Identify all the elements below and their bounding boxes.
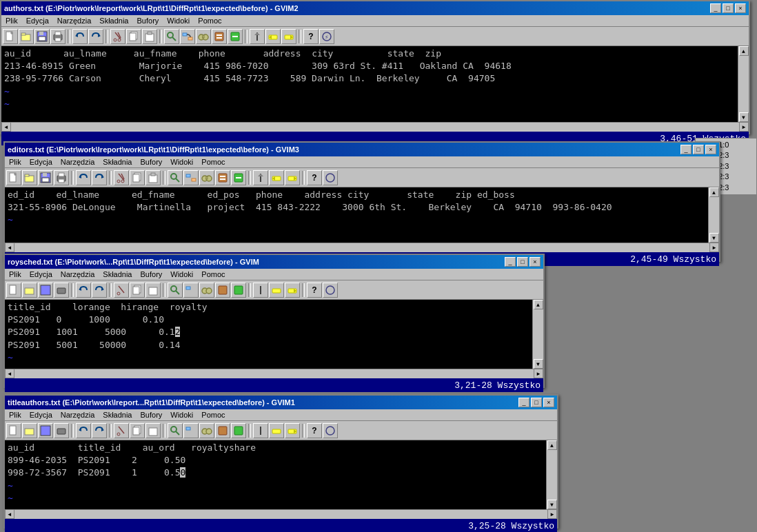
gvim2-tb-redo[interactable] [88,29,103,44]
gvim1-menu-edycja[interactable]: Edycja [27,410,55,420]
gvim1-tb-help[interactable]: ? [307,423,322,438]
gvim1-tb-more3[interactable] [231,423,246,438]
gvim1-minimize-button[interactable]: _ [518,398,529,407]
gvim2-tb-yellow1[interactable] [265,29,281,44]
gvim3-tb-print[interactable] [54,170,69,185]
gvim2-tb-new[interactable] [3,29,18,44]
gvim-scroll-up[interactable]: ▲ [534,300,543,309]
gvim3-scroll-down[interactable]: ▼ [709,233,719,243]
gvim3-menu-bufory[interactable]: Bufory [138,157,165,167]
gvim2-scrollbar-v[interactable]: ▲ ▼ [738,46,749,122]
gvim-tb-more1[interactable] [199,283,214,298]
gvim3-tb-exec[interactable] [253,170,268,185]
gvim-tb-more2[interactable] [215,283,230,298]
gvim3-content[interactable]: ed_id ed_lname ed_fname ed_pos phone add… [5,187,719,243]
gvim3-menu-narzedzia[interactable]: Narzędzia [58,157,98,167]
gvim3-maximize-button[interactable]: □ [693,145,704,154]
gvim-menu-plik[interactable]: Plik [6,269,24,279]
gvim-tb-copy[interactable] [130,283,145,298]
gvim3-tb-find[interactable] [168,170,183,185]
gvim3-menu-edycja[interactable]: Edycja [27,157,55,167]
gvim3-tb-yellow2[interactable] [285,170,300,185]
gvim2-tb-more1[interactable] [212,29,227,44]
gvim-tb-more3[interactable] [231,283,246,298]
gvim3-tb-undo[interactable] [76,170,91,185]
gvim-tb-open[interactable] [22,283,37,298]
gvim2-tb-replace[interactable] [180,29,195,44]
gvim2-menu-widoki[interactable]: Widoki [164,16,192,25]
gvim3-menu-plik[interactable]: Plik [6,157,24,167]
gvim1-tb-yellow2[interactable] [285,423,300,438]
gvim3-hscroll-left[interactable]: ◄ [5,243,14,252]
gvim2-tb-yellow2[interactable] [281,29,296,44]
gvim2-tb-open[interactable] [19,29,34,44]
gvim2-tb-undo[interactable] [72,29,88,44]
gvim-hscroll-right[interactable]: ► [534,369,543,378]
gvim2-menu-edycja[interactable]: Edycja [23,16,52,25]
gvim1-tb-redo[interactable] [92,423,107,438]
gvim3-scroll-up[interactable]: ▲ [709,187,719,197]
gvim-tb-save[interactable] [38,283,53,298]
gvim1-tb-replace[interactable] [183,423,199,438]
gvim-tb-yellow1[interactable] [269,283,284,298]
gvim3-tb-save[interactable] [38,170,53,185]
gvim-menu-bufory[interactable]: Bufory [138,269,165,279]
gvim1-tb-paste[interactable] [145,423,161,438]
gvim1-content[interactable]: au_id title_id au_ord royaltyshare 899-4… [5,440,557,509]
gvim1-tb-find[interactable] [168,423,183,438]
gvim3-menu-skladnia[interactable]: Składnia [100,157,134,167]
gvim3-hscroll-right[interactable]: ► [709,243,719,252]
gvim1-menu-plik[interactable]: Plik [6,410,24,420]
gvim1-scroll-down[interactable]: ▼ [547,500,557,509]
gvim1-tb-yellow1[interactable] [269,423,284,438]
gvim1-menu-pomoc[interactable]: Pomoc [199,410,228,420]
gvim1-tb-undo[interactable] [76,423,91,438]
gvim-menu-narzedzia[interactable]: Narzędzia [58,269,98,279]
gvim1-tb-copy[interactable] [130,423,145,438]
gvim1-hscroll-left[interactable]: ◄ [5,509,14,519]
gvim-close-button[interactable]: × [529,257,541,267]
gvim-tb-yellow2[interactable] [285,283,300,298]
gvim3-tb-open[interactable] [22,170,37,185]
gvim2-menu-plik[interactable]: Plik [3,16,21,25]
gvim2-scroll-down[interactable]: ▼ [739,112,749,122]
gvim2-content[interactable]: au_id au_lname au_fname phone address ci… [1,46,749,122]
gvim1-tb-more1[interactable] [199,423,214,438]
gvim-tb-exec[interactable] [253,283,268,298]
gvim-content[interactable]: title_id lorange hirange royalty PS2091 … [5,300,543,369]
gvim3-tb-redo[interactable] [92,170,107,185]
gvim-tb-replace[interactable] [183,283,199,298]
gvim2-tb-more2[interactable] [228,29,243,44]
gvim2-menu-narzedzia[interactable]: Narzędzia [54,16,94,25]
gvim1-hscroll-right[interactable]: ► [547,509,557,519]
gvim1-scrollbar-v[interactable]: ▲ ▼ [546,440,557,509]
gvim2-tb-save[interactable] [34,29,50,44]
gvim1-tb-new[interactable] [6,423,21,438]
gvim1-tb-cut[interactable] [114,423,129,438]
gvim-tb-print[interactable] [54,283,69,298]
gvim2-tb-help[interactable]: ? [303,29,319,44]
gvim2-tb-paste[interactable] [142,29,157,44]
gvim-tb-cut[interactable] [114,283,129,298]
gvim3-tb-binoculars[interactable] [199,170,214,185]
gvim3-tb-more1[interactable] [215,170,230,185]
gvim3-tb-macro[interactable] [323,170,338,185]
gvim3-tb-new[interactable] [6,170,21,185]
gvim1-scroll-up[interactable]: ▲ [547,440,557,450]
gvim-tb-redo[interactable] [92,283,107,298]
gvim3-tb-paste[interactable] [145,170,161,185]
gvim3-menu-pomoc[interactable]: Pomoc [199,157,228,167]
gvim2-minimize-button[interactable]: _ [710,3,721,13]
gvim1-maximize-button[interactable]: □ [531,398,542,407]
gvim3-tb-replace[interactable] [183,170,199,185]
gvim1-tb-save[interactable] [38,423,53,438]
gvim3-tb-copy[interactable] [130,170,145,185]
gvim1-menu-widoki[interactable]: Widoki [168,410,196,420]
gvim2-close-button[interactable]: × [735,3,746,13]
gvim-tb-find[interactable] [168,283,183,298]
gvim-menu-edycja[interactable]: Edycja [27,269,55,279]
gvim3-tb-more2[interactable] [231,170,246,185]
gvim1-tb-print[interactable] [54,423,69,438]
gvim1-tb-exec[interactable] [253,423,268,438]
gvim2-tb-find[interactable] [164,29,179,44]
